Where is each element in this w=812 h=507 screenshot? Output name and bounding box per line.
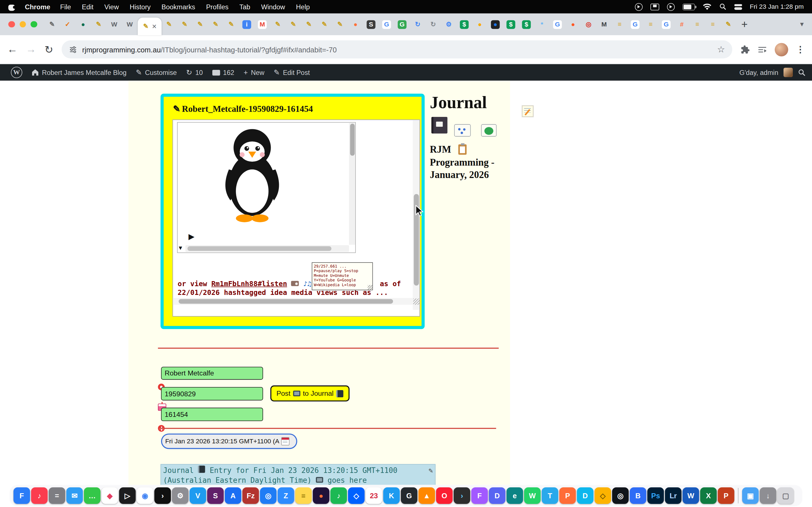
menubar-menu-item[interactable]: Window — [261, 3, 285, 11]
birthdate-input[interactable] — [161, 387, 263, 400]
panel-horizontal-scrollbar[interactable] — [173, 298, 412, 305]
site-info-icon[interactable] — [69, 45, 77, 54]
chrome[interactable]: ◉ — [137, 487, 153, 504]
info-tab[interactable]: i — [239, 13, 255, 35]
google-tab[interactable]: G — [627, 13, 643, 35]
slack[interactable]: S — [207, 487, 224, 504]
forward-button[interactable]: → — [26, 43, 36, 55]
stack-gold-tab[interactable]: ≡ — [705, 13, 721, 35]
updates-menu[interactable]: ↻ 10 — [182, 64, 207, 81]
media-controls-icon[interactable] — [758, 45, 767, 54]
discord[interactable]: D — [489, 487, 506, 504]
green-g-tab[interactable]: G — [395, 13, 410, 35]
menubar-clock[interactable]: Fri 23 Jan 1:28 pm — [750, 3, 804, 10]
edit-post-menu[interactable]: ✎ Edit Post — [269, 64, 314, 81]
photos[interactable]: ◆ — [101, 487, 118, 504]
keynote[interactable]: K — [383, 487, 400, 504]
admin-search-icon[interactable] — [798, 68, 806, 76]
menubar-menu-item[interactable]: Profiles — [206, 3, 229, 11]
check-orange-tab[interactable]: ✓ — [60, 13, 75, 35]
journal-entry-textarea[interactable]: Journal Entry for Fri Jan 23 2026 13:20:… — [160, 464, 435, 485]
google-tab[interactable]: G — [658, 13, 674, 35]
asterisk-tab[interactable]: * — [534, 13, 550, 35]
word[interactable]: W — [682, 487, 699, 504]
bluetooth-app[interactable]: B — [629, 487, 646, 504]
whatsapp[interactable]: W — [524, 487, 541, 504]
orange-circle-tab[interactable]: ● — [348, 13, 363, 35]
github[interactable]: G — [401, 487, 417, 504]
comments-menu[interactable]: 162 — [207, 64, 239, 81]
scrollbar-thumb[interactable] — [350, 124, 355, 156]
pencil-gold-tab[interactable]: ✎ — [192, 13, 208, 35]
dollar-green-tab[interactable]: $ — [518, 13, 534, 35]
extensions-puzzle-icon[interactable] — [741, 45, 750, 54]
edge[interactable]: e — [506, 487, 523, 504]
history-tab[interactable]: ↻ — [425, 13, 441, 35]
menubar-menu-item[interactable]: Tab — [239, 3, 250, 11]
folder[interactable]: ▣ — [742, 487, 759, 504]
wordpress-tab[interactable]: W — [106, 13, 122, 35]
pencil-gold-tab[interactable]: ✎ — [91, 13, 106, 35]
browser-menu-icon[interactable]: ⋮ — [796, 44, 805, 55]
active-tab[interactable]: ✎ × — [138, 17, 161, 35]
safari[interactable]: ◎ — [260, 487, 276, 504]
site-name-menu[interactable]: Robert James Metcalfe Blog — [27, 64, 132, 81]
tab-search-chevron-icon[interactable]: ▾ — [800, 20, 804, 28]
admin-avatar[interactable] — [783, 68, 793, 77]
pencil-gold-tab[interactable]: ✎ — [270, 13, 286, 35]
calendar[interactable]: 23 — [366, 487, 382, 504]
name-input[interactable] — [161, 367, 263, 380]
journal-book-icon[interactable] — [432, 117, 448, 133]
wifi-icon[interactable] — [703, 3, 711, 10]
reload-button[interactable]: ↻ — [45, 43, 53, 55]
menubar-menu-item[interactable]: File — [60, 3, 71, 11]
docker[interactable]: D — [577, 487, 594, 504]
menubar-menu-item[interactable]: Bookmarks — [161, 3, 195, 11]
photoshop[interactable]: Ps — [647, 487, 664, 504]
scrollbar-thumb[interactable] — [188, 246, 332, 251]
pencil-gold-tab[interactable]: ✎ — [286, 13, 301, 35]
calculator[interactable]: = — [49, 487, 65, 504]
now-playing-icon[interactable] — [635, 3, 643, 11]
spotify[interactable]: ♪ — [331, 487, 347, 504]
lightroom[interactable]: Lr — [665, 487, 681, 504]
spotlight-icon[interactable] — [719, 3, 726, 10]
dollar-green-tab[interactable]: $ — [503, 13, 518, 35]
zoom[interactable]: Z — [277, 487, 294, 504]
target-tab[interactable]: ◎ — [581, 13, 596, 35]
terminal[interactable]: › — [154, 487, 171, 504]
close-window-button[interactable] — [8, 21, 15, 27]
pencil-gold-tab[interactable]: ✎ — [223, 13, 239, 35]
apple-icon[interactable] — [8, 3, 15, 11]
stack-gold-tab[interactable]: ≡ — [612, 13, 627, 35]
sidebar-widget-line-3[interactable]: January, 2026 — [430, 169, 489, 180]
url-text[interactable]: rjmprogramming.com.au/ITblog/journal-has… — [82, 45, 337, 54]
dropdown-arrow-icon[interactable]: ▼ — [177, 245, 183, 251]
bookmark-star-icon[interactable]: ☆ — [717, 44, 725, 55]
vlc[interactable]: ▲ — [418, 487, 435, 504]
downloads[interactable]: ↓ — [760, 487, 776, 504]
notes[interactable]: ≡ — [295, 487, 312, 504]
mini-widget-icon-2[interactable] — [481, 124, 497, 136]
menubar-menu-item[interactable]: Help — [296, 3, 310, 11]
dollar-green-tab[interactable]: $ — [456, 13, 472, 35]
new-tab-button[interactable]: + — [741, 18, 748, 31]
post-to-journal-button[interactable]: Post to Journal — [270, 385, 350, 401]
new-content-menu[interactable]: + New — [239, 64, 269, 81]
iterm[interactable]: › — [454, 487, 470, 504]
pencil-gold-tab[interactable]: ✎ — [332, 13, 348, 35]
frame-horizontal-scrollbar[interactable] — [186, 245, 349, 252]
play-button[interactable]: ▶ — [189, 232, 195, 241]
frame-vertical-scrollbar[interactable] — [349, 122, 355, 244]
listen-link[interactable]: Rm1mFbLnh88#listen — [211, 279, 287, 288]
sketch[interactable]: ◇ — [595, 487, 611, 504]
menubar-menu-item[interactable]: View — [104, 3, 119, 11]
excel[interactable]: X — [700, 487, 717, 504]
google-tab[interactable]: G — [550, 13, 565, 35]
m-dark-tab[interactable]: M — [596, 13, 612, 35]
control-center-icon[interactable] — [734, 4, 742, 10]
music[interactable]: ♪ — [31, 487, 48, 504]
menubar-menu-item[interactable]: Edit — [82, 3, 93, 11]
sidebar-widget-text[interactable]: RJM — [430, 144, 451, 155]
play-icon[interactable] — [667, 3, 675, 11]
